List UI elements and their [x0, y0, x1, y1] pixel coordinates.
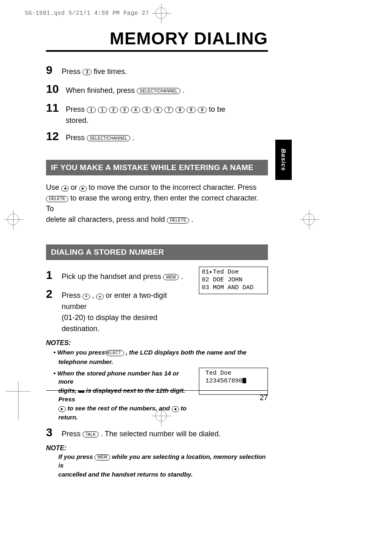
step-text: .	[181, 272, 183, 281]
step-text: Press	[62, 291, 83, 299]
keypad-button: 0	[198, 107, 207, 113]
keypad-button: 1	[98, 107, 107, 113]
note-2-cont: ▶ to see the rest of the numbers, and ◀ …	[46, 404, 191, 412]
note-2-cont: return.	[46, 413, 191, 421]
page-content: MEMORY DIALING 9 Press 3 five times. 10 …	[46, 29, 268, 479]
text: .	[191, 215, 193, 223]
note-3-cont: cancelled and the handset returns to sta…	[46, 470, 268, 479]
lcd-display-1: 01▸Ted Doe 02 DOE JOHN 03 MOM AND DAD	[199, 267, 268, 294]
note-text: to see the rest of the numbers, and	[67, 405, 171, 412]
keypad-button: 8	[175, 107, 184, 113]
mem-button: MEM	[163, 274, 179, 280]
keypad-button: 6	[153, 107, 162, 113]
keypad-button: 9	[187, 107, 196, 113]
step-number: 10	[46, 81, 66, 98]
delete-button: DELETE	[167, 217, 189, 223]
step-number: 3	[46, 424, 62, 441]
crop-header: SG-1981.qxd 5/21/1 4:59 PM Page 27	[25, 10, 149, 16]
note-1-cont: telephone number.	[46, 358, 268, 366]
text: to move the cursor to the incorrect char…	[89, 183, 256, 191]
keypad-button: 4	[131, 107, 140, 113]
step-text: five times.	[94, 67, 127, 76]
step-text: .	[182, 86, 184, 94]
trim-mark	[18, 381, 18, 420]
mem-button: MEM	[95, 454, 110, 461]
step-text: Press	[62, 67, 83, 76]
keypad-button: 7	[164, 107, 173, 113]
step-2: 2 Press ▼ , ▲ or enter a two-digit numbe…	[46, 286, 191, 334]
section-heading-mistake: IF YOU MAKE A MISTAKE WHILE ENTERING A N…	[46, 160, 268, 175]
step-number: 12	[46, 128, 66, 145]
crop-mark-icon	[155, 7, 167, 19]
step-text: Pick up the handset and press	[62, 272, 163, 281]
step-text: to be	[209, 105, 225, 113]
step-number: 9	[46, 62, 62, 79]
step-3: 3 Press TALK . The selected number will …	[46, 424, 268, 441]
step-number: 11	[46, 99, 66, 117]
note-text: • When you press	[53, 349, 106, 356]
note-1: • When you press SELECT , the LCD displa…	[46, 348, 268, 357]
down-arrow-icon: ▼	[83, 294, 90, 299]
page-title-block: MEMORY DIALING	[46, 29, 268, 52]
step-text: Press	[66, 105, 87, 113]
right-arrow-icon: ▶	[58, 406, 66, 412]
keypad-button: 5	[142, 107, 151, 113]
cursor-icon	[242, 378, 246, 383]
keypad-button: 1	[87, 107, 96, 113]
step-number: 2	[46, 286, 62, 303]
note-text: If you press	[58, 453, 95, 460]
mistake-body: Use ◀ or ▶ to move the cursor to the inc…	[46, 182, 268, 225]
note-text: to	[181, 405, 187, 412]
left-arrow-icon: ◀	[172, 406, 179, 412]
step-9: 9 Press 3 five times.	[46, 62, 268, 79]
keypad-button: 3	[120, 107, 129, 113]
page-number: 27	[46, 394, 268, 402]
footer-rule	[46, 390, 268, 391]
step-1: 1 Pick up the handset and press MEM .	[46, 267, 191, 284]
delete-button: DELETE	[46, 196, 68, 202]
select-button: SELECT	[106, 350, 124, 356]
text: delete all characters, press and hold	[46, 215, 167, 223]
right-arrow-icon: ▶	[79, 186, 87, 191]
note-text: , the LCD displays both the name and the	[126, 349, 247, 356]
section-tab-label: Basics	[280, 149, 287, 171]
text: or	[71, 183, 79, 191]
trim-mark	[6, 391, 30, 391]
step-text: Press	[62, 430, 83, 438]
text: to erase the wrong entry, then enter the…	[46, 194, 258, 213]
note-3: If you press MEM while you are selecting…	[46, 453, 268, 470]
step-text: stored.	[66, 116, 88, 124]
section-tab-basics: Basics	[275, 140, 292, 180]
text: Use	[46, 183, 61, 191]
step-12: 12 Press SELECT/CHANNEL .	[46, 128, 268, 145]
up-arrow-icon: ▲	[96, 294, 104, 299]
step-10: 10 When finished, press SELECT/CHANNEL .	[46, 81, 268, 98]
step-number: 1	[46, 267, 62, 284]
step-text: . The selected number will be dialed.	[101, 430, 221, 438]
notes-heading: NOTES:	[46, 339, 268, 347]
step-text: ,	[92, 291, 96, 299]
keypad-button: 2	[109, 107, 118, 113]
talk-button: TALK	[83, 431, 99, 438]
step-11: 11 Press 1 1 2 3 4 5 6 7 8 9 0 to be sto…	[46, 99, 268, 126]
select-channel-button: SELECT/CHANNEL	[137, 88, 180, 94]
section-heading-dialing: DIALING A STORED NUMBER	[46, 244, 268, 260]
step-text: When finished, press	[66, 86, 137, 94]
page-title: MEMORY DIALING	[46, 29, 268, 48]
step-text: .	[132, 134, 134, 142]
note-2: • When the stored phone number has 14 or…	[46, 369, 191, 386]
keypad-3-button: 3	[83, 69, 92, 75]
step-text: Press	[66, 134, 87, 142]
select-channel-button: SELECT/CHANNEL	[87, 135, 130, 141]
step-text: (01-20) to display the desired destinati…	[62, 313, 157, 333]
lcd-display-2: Ted Doe 1234567890	[199, 368, 268, 395]
left-arrow-icon: ◀	[61, 186, 69, 191]
crop-mark-icon	[7, 214, 19, 225]
note-heading: NOTE:	[46, 444, 268, 452]
crop-mark-icon	[303, 214, 315, 225]
